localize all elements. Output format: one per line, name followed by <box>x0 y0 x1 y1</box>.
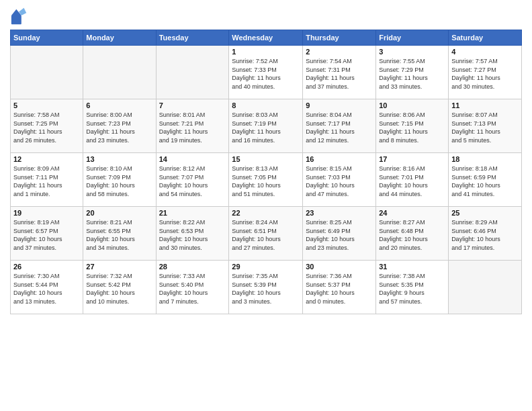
calendar-cell: 23Sunrise: 8:25 AM Sunset: 6:49 PM Dayli… <box>303 207 376 261</box>
calendar-cell: 4Sunrise: 7:57 AM Sunset: 7:27 PM Daylig… <box>449 46 522 99</box>
calendar-cell: 31Sunrise: 7:38 AM Sunset: 5:35 PM Dayli… <box>376 261 449 314</box>
day-number: 15 <box>232 155 300 163</box>
calendar-cell: 13Sunrise: 8:10 AM Sunset: 7:09 PM Dayli… <box>83 153 156 207</box>
calendar-cell <box>11 46 83 99</box>
calendar-cell: 9Sunrise: 8:04 AM Sunset: 7:17 PM Daylig… <box>303 99 376 153</box>
day-info: Sunrise: 8:19 AM Sunset: 6:57 PM Dayligh… <box>13 218 80 252</box>
day-number: 20 <box>86 209 152 217</box>
day-info: Sunrise: 8:18 AM Sunset: 6:59 PM Dayligh… <box>451 165 519 198</box>
day-number: 11 <box>451 101 519 109</box>
calendar-cell: 28Sunrise: 7:33 AM Sunset: 5:40 PM Dayli… <box>156 261 229 314</box>
calendar-week-row: 5Sunrise: 7:58 AM Sunset: 7:25 PM Daylig… <box>11 99 522 153</box>
day-number: 2 <box>306 48 373 56</box>
day-info: Sunrise: 8:00 AM Sunset: 7:23 PM Dayligh… <box>86 111 152 144</box>
day-number: 13 <box>86 155 152 163</box>
calendar-cell: 17Sunrise: 8:16 AM Sunset: 7:01 PM Dayli… <box>376 153 449 207</box>
calendar-cell: 18Sunrise: 8:18 AM Sunset: 6:59 PM Dayli… <box>449 153 522 207</box>
day-number: 4 <box>451 48 519 56</box>
day-number: 1 <box>232 48 300 56</box>
calendar-cell: 21Sunrise: 8:22 AM Sunset: 6:53 PM Dayli… <box>156 207 229 261</box>
weekday-header-row: SundayMondayTuesdayWednesdayThursdayFrid… <box>11 30 522 46</box>
calendar-cell: 7Sunrise: 8:01 AM Sunset: 7:21 PM Daylig… <box>156 99 229 153</box>
day-info: Sunrise: 7:36 AM Sunset: 5:37 PM Dayligh… <box>306 272 373 306</box>
calendar-cell: 27Sunrise: 7:32 AM Sunset: 5:42 PM Dayli… <box>83 261 156 314</box>
day-number: 14 <box>159 155 226 163</box>
calendar-cell: 2Sunrise: 7:54 AM Sunset: 7:31 PM Daylig… <box>303 46 376 99</box>
calendar-week-row: 26Sunrise: 7:30 AM Sunset: 5:44 PM Dayli… <box>11 261 522 314</box>
day-number: 6 <box>86 101 152 109</box>
day-info: Sunrise: 8:15 AM Sunset: 7:03 PM Dayligh… <box>306 165 373 198</box>
calendar-cell: 26Sunrise: 7:30 AM Sunset: 5:44 PM Dayli… <box>11 261 83 314</box>
day-info: Sunrise: 8:10 AM Sunset: 7:09 PM Dayligh… <box>86 165 152 198</box>
day-info: Sunrise: 8:27 AM Sunset: 6:48 PM Dayligh… <box>379 218 445 252</box>
day-number: 29 <box>232 263 300 271</box>
calendar-cell: 29Sunrise: 7:35 AM Sunset: 5:39 PM Dayli… <box>229 261 303 314</box>
svg-rect-0 <box>11 15 21 24</box>
day-number: 3 <box>379 48 445 56</box>
day-number: 30 <box>306 263 373 271</box>
calendar: SundayMondayTuesdayWednesdayThursdayFrid… <box>10 30 522 314</box>
day-info: Sunrise: 8:01 AM Sunset: 7:21 PM Dayligh… <box>159 111 226 144</box>
day-number: 10 <box>379 101 445 109</box>
calendar-cell: 22Sunrise: 8:24 AM Sunset: 6:51 PM Dayli… <box>229 207 303 261</box>
calendar-cell <box>83 46 156 99</box>
page: SundayMondayTuesdayWednesdayThursdayFrid… <box>0 0 532 411</box>
day-number: 31 <box>379 263 445 271</box>
day-info: Sunrise: 8:04 AM Sunset: 7:17 PM Dayligh… <box>306 111 373 144</box>
day-info: Sunrise: 8:24 AM Sunset: 6:51 PM Dayligh… <box>232 218 300 252</box>
weekday-header: Sunday <box>11 30 83 46</box>
calendar-cell: 25Sunrise: 8:29 AM Sunset: 6:46 PM Dayli… <box>449 207 522 261</box>
logo <box>10 7 32 26</box>
day-info: Sunrise: 7:38 AM Sunset: 5:35 PM Dayligh… <box>379 272 445 306</box>
day-info: Sunrise: 8:22 AM Sunset: 6:53 PM Dayligh… <box>159 218 226 252</box>
day-number: 12 <box>13 155 80 163</box>
weekday-header: Thursday <box>303 30 376 46</box>
weekday-header: Saturday <box>449 30 522 46</box>
calendar-week-row: 1Sunrise: 7:52 AM Sunset: 7:33 PM Daylig… <box>11 46 522 99</box>
day-info: Sunrise: 8:12 AM Sunset: 7:07 PM Dayligh… <box>159 165 226 198</box>
day-number: 17 <box>379 155 445 163</box>
day-info: Sunrise: 7:58 AM Sunset: 7:25 PM Dayligh… <box>13 111 80 144</box>
calendar-week-row: 12Sunrise: 8:09 AM Sunset: 7:11 PM Dayli… <box>11 153 522 207</box>
day-info: Sunrise: 7:33 AM Sunset: 5:40 PM Dayligh… <box>159 272 226 306</box>
calendar-cell: 20Sunrise: 8:21 AM Sunset: 6:55 PM Dayli… <box>83 207 156 261</box>
day-number: 9 <box>306 101 373 109</box>
weekday-header: Wednesday <box>229 30 303 46</box>
calendar-cell: 3Sunrise: 7:55 AM Sunset: 7:29 PM Daylig… <box>376 46 449 99</box>
calendar-cell: 24Sunrise: 8:27 AM Sunset: 6:48 PM Dayli… <box>376 207 449 261</box>
day-number: 21 <box>159 209 226 217</box>
day-info: Sunrise: 7:54 AM Sunset: 7:31 PM Dayligh… <box>306 57 373 91</box>
calendar-cell: 14Sunrise: 8:12 AM Sunset: 7:07 PM Dayli… <box>156 153 229 207</box>
day-info: Sunrise: 8:03 AM Sunset: 7:19 PM Dayligh… <box>232 111 300 144</box>
calendar-cell: 8Sunrise: 8:03 AM Sunset: 7:19 PM Daylig… <box>229 99 303 153</box>
calendar-cell: 1Sunrise: 7:52 AM Sunset: 7:33 PM Daylig… <box>229 46 303 99</box>
calendar-cell: 11Sunrise: 8:07 AM Sunset: 7:13 PM Dayli… <box>449 99 522 153</box>
header <box>10 7 522 26</box>
calendar-cell: 16Sunrise: 8:15 AM Sunset: 7:03 PM Dayli… <box>303 153 376 207</box>
day-info: Sunrise: 7:57 AM Sunset: 7:27 PM Dayligh… <box>451 57 519 91</box>
day-info: Sunrise: 8:07 AM Sunset: 7:13 PM Dayligh… <box>451 111 519 144</box>
day-info: Sunrise: 8:25 AM Sunset: 6:49 PM Dayligh… <box>306 218 373 252</box>
day-number: 24 <box>379 209 445 217</box>
calendar-week-row: 19Sunrise: 8:19 AM Sunset: 6:57 PM Dayli… <box>11 207 522 261</box>
calendar-cell: 19Sunrise: 8:19 AM Sunset: 6:57 PM Dayli… <box>11 207 83 261</box>
day-number: 18 <box>451 155 519 163</box>
day-number: 22 <box>232 209 300 217</box>
day-number: 5 <box>13 101 80 109</box>
day-info: Sunrise: 7:55 AM Sunset: 7:29 PM Dayligh… <box>379 57 445 91</box>
calendar-cell: 6Sunrise: 8:00 AM Sunset: 7:23 PM Daylig… <box>83 99 156 153</box>
calendar-cell: 30Sunrise: 7:36 AM Sunset: 5:37 PM Dayli… <box>303 261 376 314</box>
day-number: 28 <box>159 263 226 271</box>
weekday-header: Monday <box>83 30 156 46</box>
day-number: 19 <box>13 209 80 217</box>
day-number: 8 <box>232 101 300 109</box>
day-number: 16 <box>306 155 373 163</box>
day-info: Sunrise: 8:13 AM Sunset: 7:05 PM Dayligh… <box>232 165 300 198</box>
day-info: Sunrise: 7:35 AM Sunset: 5:39 PM Dayligh… <box>232 272 300 306</box>
calendar-cell <box>449 261 522 314</box>
day-info: Sunrise: 8:29 AM Sunset: 6:46 PM Dayligh… <box>451 218 519 252</box>
calendar-cell: 10Sunrise: 8:06 AM Sunset: 7:15 PM Dayli… <box>376 99 449 153</box>
day-info: Sunrise: 8:09 AM Sunset: 7:11 PM Dayligh… <box>13 165 80 198</box>
calendar-cell: 12Sunrise: 8:09 AM Sunset: 7:11 PM Dayli… <box>11 153 83 207</box>
calendar-cell: 15Sunrise: 8:13 AM Sunset: 7:05 PM Dayli… <box>229 153 303 207</box>
